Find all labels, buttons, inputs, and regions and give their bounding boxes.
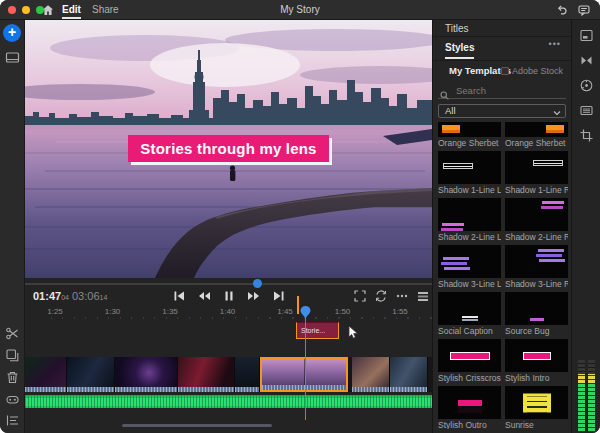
home-icon[interactable]: [42, 4, 54, 16]
search-icon: [440, 86, 449, 95]
add-media-button[interactable]: +: [3, 24, 21, 42]
transitions-panel-icon[interactable]: [579, 53, 594, 68]
template-item[interactable]: Sunrise: [505, 386, 568, 429]
tab-share[interactable]: Share: [92, 0, 119, 20]
graphics-panel-icon[interactable]: [579, 28, 594, 43]
close-window-button[interactable]: [8, 6, 16, 14]
template-label: Shadow 1-Line Right: [505, 184, 568, 196]
timeline-scrollbar[interactable]: [122, 424, 272, 427]
video-track: [25, 357, 432, 392]
clip-waveform: [262, 385, 346, 390]
template-item[interactable]: Shadow 3-Line Left: [438, 245, 501, 290]
pause-button[interactable]: [221, 288, 237, 304]
template-item[interactable]: Stylish Crisscross: [438, 339, 501, 384]
template-item[interactable]: Orange Sherbet Right: [505, 122, 568, 149]
template-item[interactable]: Stylish Outro: [438, 386, 501, 429]
template-label: Shadow 2-Line Left: [438, 231, 501, 243]
template-thumbnail: [505, 122, 568, 137]
video-clip[interactable]: [352, 357, 390, 392]
video-clip[interactable]: [235, 357, 260, 392]
feedback-icon[interactable]: [578, 4, 590, 16]
color-panel-icon[interactable]: [579, 78, 594, 93]
timeline-ruler[interactable]: 1:251:301:351:401:451:501:55: [25, 306, 432, 320]
video-clip[interactable]: [390, 357, 428, 392]
template-thumbnail: [438, 198, 501, 231]
template-item[interactable]: Social Caption: [438, 292, 501, 337]
undo-icon[interactable]: [556, 4, 568, 16]
program-monitor[interactable]: Stories through my lens: [25, 20, 432, 278]
category-dropdown[interactable]: All: [438, 104, 566, 118]
previous-clip-button[interactable]: [171, 288, 187, 304]
template-label: Stylish Crisscross: [438, 372, 501, 384]
panel-menu-icon[interactable]: •••: [549, 39, 561, 49]
category-value: All: [445, 105, 456, 116]
template-item[interactable]: Shadow 1-Line Right: [505, 151, 568, 196]
video-clip[interactable]: [115, 357, 178, 392]
template-label: Shadow 3-Line Right: [505, 278, 568, 290]
template-item[interactable]: Shadow 2-Line Right: [505, 198, 568, 243]
template-thumbnail: [505, 245, 568, 278]
panel-header: Titles: [433, 20, 571, 37]
fast-forward-button[interactable]: [246, 288, 262, 304]
template-item[interactable]: Source Bug: [505, 292, 568, 337]
template-badge: [442, 223, 464, 226]
traffic-lights[interactable]: [8, 6, 44, 14]
template-item[interactable]: Shadow 2-Line Left: [438, 198, 501, 243]
template-thumbnail: [505, 339, 568, 372]
playhead-line[interactable]: [305, 318, 306, 420]
template-thumbnail: [505, 386, 568, 419]
template-badge: [546, 125, 564, 133]
video-clip[interactable]: [25, 357, 67, 392]
search-field[interactable]: [438, 83, 566, 99]
track-controls-icon[interactable]: [5, 413, 20, 428]
voiceover-icon[interactable]: [5, 392, 20, 407]
template-item[interactable]: Shadow 1-Line Left: [438, 151, 501, 196]
clip-waveform: [235, 387, 259, 392]
tab-edit[interactable]: Edit: [62, 0, 81, 20]
template-thumbnail: [505, 198, 568, 231]
more-options-icon[interactable]: [395, 289, 409, 303]
next-clip-button[interactable]: [271, 288, 287, 304]
template-label: Orange Sherbet Left: [438, 137, 501, 149]
audio-panel-icon[interactable]: [579, 103, 594, 118]
title-clip[interactable]: Storie...: [296, 322, 339, 339]
fullscreen-icon[interactable]: [353, 289, 367, 303]
timeline-pane: 01:4704 03:0614: [25, 278, 432, 433]
project-title: My Story: [0, 0, 600, 20]
playhead-handle[interactable]: [299, 306, 312, 320]
video-clip[interactable]: [67, 357, 115, 392]
scrub-handle[interactable]: [253, 279, 262, 288]
ruler-label: 1:55: [392, 307, 408, 316]
duplicate-icon[interactable]: [5, 348, 20, 363]
tab-adobe-stock[interactable]: Adobe Stock: [501, 66, 563, 76]
left-toolbar: +: [0, 20, 25, 433]
audio-track-music[interactable]: [25, 395, 432, 408]
video-clip[interactable]: [178, 357, 235, 392]
loop-icon[interactable]: [374, 289, 388, 303]
scrub-bar[interactable]: [25, 283, 432, 285]
template-thumbnail: [438, 245, 501, 278]
title-overlay[interactable]: Stories through my lens: [128, 135, 329, 162]
search-input[interactable]: [454, 83, 564, 97]
timeline-menu-icon[interactable]: [416, 289, 430, 303]
template-item[interactable]: Orange Sherbet Left: [438, 122, 501, 149]
template-label: Orange Sherbet Right: [505, 137, 568, 149]
ruler-label: 1:40: [220, 307, 236, 316]
ruler-label: 1:25: [47, 307, 63, 316]
templates-grid: Orange Sherbet LeftOrange Sherbet RightS…: [433, 122, 571, 429]
template-item[interactable]: Stylish Intro: [505, 339, 568, 384]
audio-meter-left: [578, 360, 585, 432]
split-scissors-icon[interactable]: [5, 326, 20, 341]
app-window: Edit Share My Story +: [0, 0, 600, 433]
template-badge: [443, 163, 473, 169]
rewind-button[interactable]: [196, 288, 212, 304]
crop-panel-icon[interactable]: [579, 128, 594, 143]
delete-trash-icon[interactable]: [5, 370, 20, 385]
minimize-window-button[interactable]: [22, 6, 30, 14]
video-clip-selected[interactable]: [260, 357, 348, 392]
template-thumbnail: [438, 122, 501, 137]
template-item[interactable]: Shadow 3-Line Right: [505, 245, 568, 290]
media-browser-icon[interactable]: [5, 50, 20, 65]
title-track: Storie...: [25, 321, 432, 339]
tab-styles[interactable]: Styles: [445, 37, 474, 61]
